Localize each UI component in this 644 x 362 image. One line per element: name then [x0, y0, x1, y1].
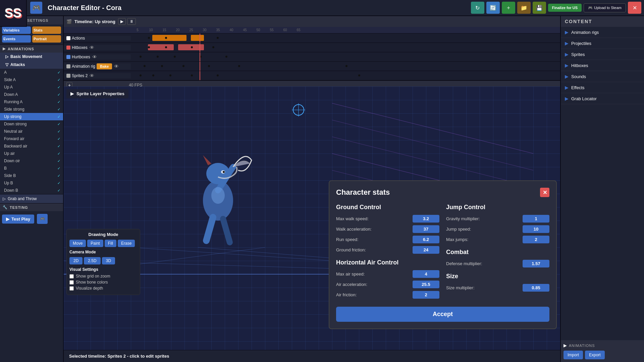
timeline-title: Timeline: Up strong [74, 19, 115, 24]
fill-mode-btn[interactable]: Fill [105, 240, 116, 247]
anim-item-up-strong[interactable]: Up strong✓ [0, 113, 63, 120]
content-item-hitboxes[interactable]: ▶ Hitboxes [561, 60, 644, 71]
anim-item-a[interactable]: A✓ [0, 69, 63, 76]
anim-item-forward-air[interactable]: Forward air✓ [0, 135, 63, 142]
track-color-sprites-2 [66, 74, 70, 78]
anim-item-side-b[interactable]: Side B✓ [0, 172, 63, 179]
anim-item-running-a[interactable]: Running A✓ [0, 98, 63, 106]
bake-btn[interactable]: Bake [97, 63, 112, 69]
basic-movement-label: Basic Movement [10, 54, 42, 59]
anim-item-down-strong[interactable]: Down strong✓ [0, 120, 63, 128]
show-bone-colors-label[interactable]: Show bone colors [69, 280, 137, 285]
show-grid-checkbox[interactable] [69, 274, 74, 279]
stat-jump-speed: Jump speed: 10 [446, 225, 549, 233]
track-content-hitboxes[interactable] [131, 43, 560, 52]
content-item-grab-locator[interactable]: ▶ Grab Locator [561, 93, 644, 104]
3d-cam-btn[interactable]: 3D [102, 257, 115, 264]
settings-buttons: Variables Stats Events Portrait [0, 24, 63, 45]
import-btn[interactable]: Import [564, 351, 583, 359]
test-settings-btn[interactable]: 🎮 [37, 214, 48, 224]
anim-item-down-air[interactable]: Down oir✓ [0, 157, 63, 165]
status-text: Selected timeline: Sprites 2 - click to … [69, 354, 169, 359]
track-content-hurtboxes[interactable] [131, 52, 560, 61]
stats-btn[interactable]: Stats [32, 26, 61, 34]
visualize-depth-label[interactable]: Visualize depth [69, 286, 137, 291]
accept-btn[interactable]: Accept [336, 307, 549, 322]
drawing-mode-buttons: Move Paint Fill Erase [69, 240, 137, 247]
track-content-anim-rig[interactable] [131, 62, 560, 71]
animations-label: ANIMATIONS [8, 47, 34, 51]
svg-point-21 [223, 171, 225, 173]
animations-footer-label: ANIMATIONS [569, 344, 595, 348]
sprite-layer-properties[interactable]: ▶ Sprite Layer Properties [66, 89, 128, 98]
content-item-projectiles[interactable]: ▶ Projectiles [561, 38, 644, 49]
refresh-btn[interactable]: 🔄 [486, 2, 500, 14]
modal-close-btn[interactable]: ✕ [540, 188, 549, 197]
track-content-sprites-2[interactable] [131, 71, 560, 80]
events-btn[interactable]: Events [2, 35, 31, 43]
crosshair-svg [292, 103, 305, 117]
stat-defense-mult: Defense multiplier: 1.57 [446, 260, 549, 267]
anim-item-side-strong[interactable]: Side strong✓ [0, 106, 63, 113]
svg-line-18 [223, 219, 230, 242]
collapse-icon: ▽ [5, 62, 8, 67]
char-sprite-svg [181, 147, 255, 254]
content-item-sprites[interactable]: ▶ Sprites [561, 49, 644, 60]
anim-item-up-air[interactable]: Up air✓ [0, 150, 63, 157]
save-btn[interactable]: 💾 [533, 2, 546, 14]
erase-mode-btn[interactable]: Erase [118, 240, 135, 247]
anim-item-down-b[interactable]: Down B✓ [0, 187, 63, 194]
upload-btn[interactable]: 🎮 Upload to Steam [584, 3, 626, 12]
anim-item-up-a[interactable]: Up A✓ [0, 83, 63, 91]
25d-cam-btn[interactable]: 2.5D [84, 257, 100, 264]
show-bone-colors-checkbox[interactable] [69, 280, 74, 285]
pause-btn[interactable]: ⏸ [127, 18, 136, 25]
basic-movement-header[interactable]: ▷ Basic Movement [0, 53, 63, 61]
portrait-btn[interactable]: Portrait [32, 35, 61, 43]
variables-btn[interactable]: Variables [2, 26, 31, 34]
anim-item-b[interactable]: B✓ [0, 165, 63, 172]
content-item-anim-rigs[interactable]: ▶ Animation rigs [561, 27, 644, 38]
anim-item-side-a[interactable]: Side A✓ [0, 76, 63, 83]
char-stats-modal: Character stats ✕ Ground Control Max wal… [329, 180, 557, 329]
2d-cam-btn[interactable]: 2D [69, 257, 83, 264]
hitboxes-eye-btn[interactable]: 👁 [89, 45, 95, 50]
add-btn[interactable]: ＋ [502, 2, 515, 14]
folder-btn[interactable]: 📁 [517, 2, 531, 14]
svg-point-19 [211, 187, 225, 204]
finalize-btn[interactable]: Finalize for US [548, 4, 582, 12]
track-content-actions[interactable] [131, 34, 560, 43]
sprites2-eye-btn[interactable]: 👁 [89, 73, 95, 78]
stats-grid: Ground Control Max walk speed: 3.2 Walk … [336, 204, 549, 301]
sprite-layer-icon: ▶ [70, 91, 74, 96]
jump-control-title: Jump Control [446, 204, 549, 211]
play-btn[interactable]: ▶ [118, 18, 126, 25]
hurtboxes-eye-btn[interactable]: 👁 [92, 54, 98, 60]
import-export-buttons: Import Export [564, 351, 641, 359]
paint-mode-btn[interactable]: Paint [87, 240, 103, 247]
jump-combat-section: Jump Control Gravity multiplier: 1 Jump … [446, 204, 549, 301]
film-icon: 🎬 [66, 19, 72, 24]
close-btn[interactable]: ✕ [628, 2, 641, 14]
stat-gravity: Gravity multiplier: 1 [446, 215, 549, 223]
sync-btn[interactable]: ↻ [471, 2, 484, 14]
show-grid-label[interactable]: Show grid on zoom [69, 274, 137, 279]
track-label-hurtboxes: Hurtboxes 👁 [64, 54, 131, 60]
anim-item-neutral-air[interactable]: Neutral air✓ [0, 128, 63, 135]
export-btn[interactable]: Export [585, 351, 605, 359]
content-item-effects[interactable]: ▶ Effects [561, 82, 644, 93]
anim-item-down-a[interactable]: Down A✓ [0, 91, 63, 98]
attacks-header[interactable]: ▽ Attacks [0, 61, 63, 69]
test-play-btn[interactable]: ▶ Test Play [2, 215, 34, 224]
visualize-depth-checkbox[interactable] [69, 286, 74, 291]
anim-item-up-b[interactable]: Up B✓ [0, 179, 63, 187]
timeline-controls: ▶ ⏸ [118, 18, 136, 25]
grab-throw-btn[interactable]: ▷ Grab and Throw [0, 194, 63, 203]
camera-mode-buttons: 2D 2.5D 3D [69, 257, 137, 264]
content-item-sounds[interactable]: ▶ Sounds [561, 71, 644, 82]
anim-footer-icon: ▶ [564, 343, 567, 348]
anim-item-backward-air[interactable]: Backward air✓ [0, 142, 63, 150]
arrow-grab-locator: ▶ [565, 96, 569, 101]
anim-rig-eye-btn[interactable]: 👁 [113, 64, 119, 69]
move-mode-btn[interactable]: Move [69, 240, 86, 247]
